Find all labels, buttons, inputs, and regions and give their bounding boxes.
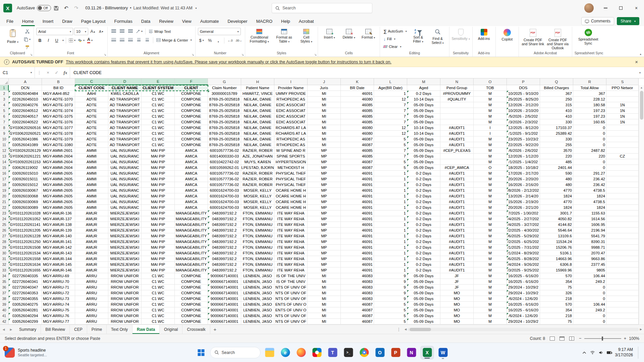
cell-S26[interactable] [606,228,639,233]
autosum-button[interactable]: ∑AutoSum▾ [382,28,408,35]
cell-M9[interactable]: 10-14 Days [407,131,440,136]
cell-Q1[interactable]: Billed Charges [540,85,573,91]
cell-P34[interactable]: 16/2025 - 6/16/20 [507,273,540,279]
cell-R13[interactable]: 220 [573,154,606,159]
cell-B26[interactable]: MGY-AMUR-139 [42,228,75,233]
cell-E11[interactable]: C1 WC [142,142,175,148]
cell-I32[interactable]: ITE WAY REHA [274,262,308,267]
cell-B5[interactable]: MGY-ADTE-1074 [42,108,75,114]
column-header-C[interactable]: C [75,78,108,85]
cell-N41[interactable]: MO [440,313,474,319]
cell-S39[interactable] [606,302,639,307]
cell-A33[interactable]: GY031120261655 [9,267,42,273]
cell-N11[interactable]: #AUDIT1 [440,142,474,148]
cell-Q36[interactable]: 75 [540,285,573,290]
cell-Q13[interactable]: 220 [540,154,573,159]
copilot-button[interactable]: Copilot [498,28,516,41]
cell-K2[interactable]: 46091 [341,91,374,97]
column-header-P[interactable]: P [507,78,540,85]
cell-M29[interactable]: 0-2 Days [407,245,440,250]
cell-Q32[interactable]: 6306.8 [540,262,573,267]
cell-J33[interactable]: MP [308,267,341,273]
cell-P17[interactable]: 20/2026 - 2/20/20 [507,176,540,182]
cell-L40[interactable]: 5 [374,307,407,313]
cell-F37[interactable]: COMPONE [175,290,208,296]
cell-A25[interactable]: GY031120261141 [9,222,42,228]
cell-G13[interactable]: 60014000330-03 [208,154,241,159]
cell-C12[interactable]: AMMI [75,148,108,154]
column-header-F[interactable]: F [175,78,208,85]
cell-J3[interactable]: MI [308,97,341,102]
cell-J9[interactable]: MI [308,131,341,136]
column-header-A[interactable]: A [9,78,42,85]
cell-E28[interactable]: MAI PIP [142,239,175,245]
cell-A21[interactable]: 030926030069 [9,199,42,205]
cell-J23[interactable]: MP [308,210,341,216]
undo-button[interactable]: ↶ [61,3,71,13]
cell-P9[interactable]: /1/2025 - 9/1/202 [507,131,540,136]
cell-Q33[interactable]: 15969.96 [540,267,573,273]
cell-G7[interactable]: 8769-25-0025818 [208,119,241,125]
cell-R26[interactable]: 2196.94 [573,228,606,233]
column-header-E[interactable]: E [142,78,175,85]
cell-C34[interactable]: ARRU [75,273,108,279]
cell-N6[interactable] [440,114,474,119]
cell-S42[interactable] [606,319,639,324]
cell-D39[interactable]: RROW UNIFOR [108,302,142,307]
align-bottom-button[interactable] [127,28,134,35]
cell-O39[interactable]: M [474,302,507,307]
cell-B16[interactable]: MGY-AMMI-2605 [42,171,75,176]
cell-Q6[interactable]: 410 [540,114,573,119]
cell-I41[interactable]: NTS OF UNIV OF [274,313,308,319]
cell-M10[interactable]: 05-09 Days [407,136,440,142]
cell-P12[interactable]: /6/2026 - 2/6/202 [507,148,540,154]
cell-E6[interactable]: C1 WC [142,114,175,119]
cell-D11[interactable]: AD TRANSPORT [108,142,142,148]
cell-L24[interactable]: 1 [374,216,407,222]
cell-G21[interactable]: 60001624700-03 [208,199,241,205]
cell-E42[interactable]: C1 WC [142,319,175,324]
cell-F17[interactable]: AMICA [175,176,208,182]
cell-L21[interactable]: 1 [374,199,407,205]
cell-F28[interactable]: MANAGEABILITY [175,239,208,245]
cell-N14[interactable] [440,159,474,165]
cell-O10[interactable]: M [474,136,507,142]
cell-B4[interactable]: MGY-ADTE-1073 [42,102,75,108]
column-header-H[interactable]: H [241,78,274,85]
cell-K40[interactable]: 46087 [341,307,374,313]
cell-D24[interactable]: MIERZEJEWSKI [108,216,142,222]
cell-R34[interactable]: 106.44 [573,273,606,279]
taskbar-app-file-explorer[interactable] [263,346,276,359]
cell-H13[interactable]: AZE, JONATHAN [241,154,274,159]
cell-K38[interactable]: 46083 [341,296,374,302]
cell-H9[interactable]: NEILAK, DANIE [241,131,274,136]
cell-R35[interactable]: 249.2 [573,279,606,285]
cell-O24[interactable]: M [474,216,507,222]
cell-B21[interactable]: MGY-AMMI-2605 [42,199,75,205]
cell-D23[interactable]: MIERZEJEWSKI [108,210,142,216]
cell-O23[interactable]: M [474,210,507,216]
insert-function-icon[interactable]: fx [61,70,70,75]
cell-B11[interactable]: MGY-ADTE-1080 [42,142,75,148]
cell-I14[interactable]: HYPERTENSION [274,159,308,165]
cell-F10[interactable]: COMPONE [175,136,208,142]
cell-C37[interactable]: ARRU [75,290,108,296]
cell-E1[interactable]: CLIENT SYSTEM [142,85,175,91]
column-header-O[interactable]: O [474,78,507,85]
cell-O11[interactable]: M [474,142,507,148]
cell-styles-button[interactable]: Cell Styles▾ [297,28,315,43]
cell-H1[interactable]: Patient Name [241,85,274,91]
cell-G5[interactable]: 8769-25-0025818 [208,108,241,114]
cell-H35[interactable]: LENBIEN, JASO [241,279,274,285]
column-header-M[interactable]: M [407,78,440,85]
cell-M5[interactable]: 05-09 Days [407,108,440,114]
cell-E41[interactable]: C1 WC [142,313,175,319]
cell-H11[interactable]: NEILAK, DANIE [241,142,274,148]
cell-S33[interactable] [606,267,639,273]
cell-L20[interactable]: 1 [374,193,407,199]
cell-E29[interactable]: MAI PIP [142,245,175,250]
cell-I11[interactable]: RTHOPEDIC AS [274,142,308,148]
cell-E35[interactable]: C1 WC [142,279,175,285]
cell-B20[interactable]: MGY-AMMI-2605 [42,193,75,199]
cell-G42[interactable]: 9000667140001 [208,319,241,324]
